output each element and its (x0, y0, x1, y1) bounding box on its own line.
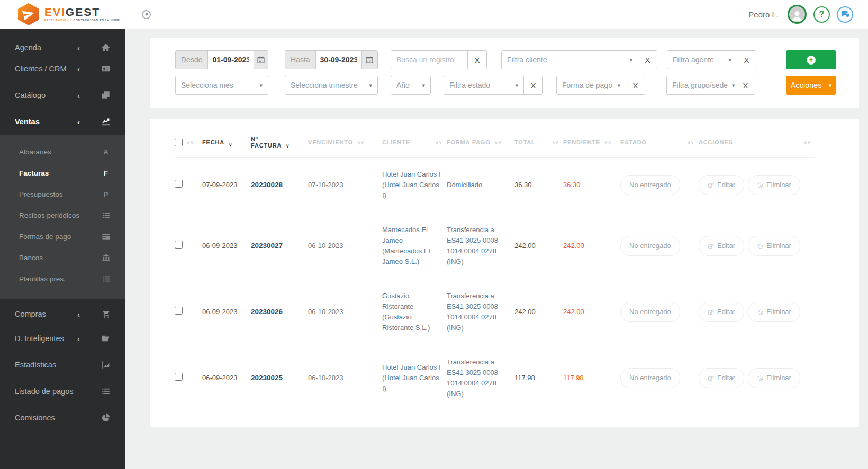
invoice-pending: 242.00 (563, 279, 620, 345)
sidebar-item-label: Catálogo (15, 91, 77, 99)
sidebar-item-compras[interactable]: Compras ‹ (0, 299, 125, 325)
payment-method-select[interactable]: Forma de pago ▾ (557, 76, 626, 94)
delete-button[interactable]: Eliminar (748, 236, 800, 256)
letter-a-icon: A (101, 148, 111, 156)
sidebar-item-recibos-periodicos[interactable]: Recibos periódicos (0, 205, 125, 226)
search-group: X (391, 50, 487, 69)
filter-agent-select[interactable]: Filtra agente ▾ (667, 51, 737, 69)
filter-group-site-select[interactable]: Filtra grupo/sede ▾ (667, 76, 736, 94)
clear-agent-button[interactable]: X (737, 51, 756, 69)
sidebar-item-catalogo[interactable]: Catálogo ‹ (0, 82, 125, 108)
sidebar-item-comisiones[interactable]: Comisiones (0, 404, 125, 431)
add-invoice-button[interactable]: + (786, 50, 836, 69)
sidebar-item-formas-de-pago[interactable]: Formas de pago (0, 226, 125, 247)
edit-button[interactable]: Editar (699, 302, 744, 322)
sidebar-item-albaranes[interactable]: Albaranes A (0, 141, 125, 162)
date-to-input[interactable] (316, 51, 361, 69)
slash-circle-icon (757, 182, 764, 189)
column-header-fecha[interactable]: FECHA∨ (202, 134, 251, 158)
date-from-group: Desde (175, 50, 268, 69)
clear-payment-button[interactable]: X (626, 76, 645, 94)
calendar-icon[interactable] (254, 51, 268, 69)
status-badge[interactable]: No entregado (620, 302, 680, 322)
chevron-left-icon: ‹ (77, 65, 101, 73)
column-header-total[interactable]: TOTAL∧∨ (514, 134, 563, 158)
list-icon (101, 211, 111, 220)
chat-button[interactable] (837, 6, 853, 23)
status-badge[interactable]: No entregado (620, 368, 680, 388)
invoice-number: 20230027 (251, 213, 308, 279)
invoice-date: 06-09-2023 (202, 241, 239, 251)
sidebar-item-estadisticas[interactable]: Estadísticas (0, 352, 125, 378)
filter-agent-value: Filtra agente (673, 56, 714, 64)
help-button[interactable]: ? (813, 6, 830, 23)
column-header-num-factura[interactable]: Nº FACTURA∨ (251, 134, 308, 158)
clear-group-site-button[interactable]: X (736, 76, 755, 94)
invoices-table-panel: ∧∨ FECHA∨ Nº FACTURA∨ VENCIMIENTO∧∨ CLIE… (150, 119, 859, 427)
copy-icon (101, 90, 111, 100)
select-month-group: Selecciona mes ▾ (175, 76, 268, 95)
sidebar-item-facturas[interactable]: Facturas F (0, 162, 125, 183)
row-checkbox[interactable] (175, 241, 183, 249)
column-header-acciones[interactable]: ACCIONES∧∨ (699, 134, 815, 158)
select-quarter[interactable]: Selecciona trimestre ▾ (285, 76, 377, 94)
select-all-checkbox[interactable] (175, 139, 183, 146)
sidebar-item-presupuestos[interactable]: Presupuestos P (0, 183, 125, 205)
invoice-date: 07-09-2023 (202, 180, 239, 190)
chart-area-icon (101, 360, 111, 370)
clear-client-button[interactable]: X (638, 51, 657, 69)
user-avatar[interactable] (788, 5, 807, 24)
actions-button-label: Acciones (791, 81, 822, 89)
search-input[interactable] (391, 51, 467, 69)
filter-group-site-value: Filtra grupo/sede (672, 81, 728, 89)
sidebar-item-listado-de-pagos[interactable]: Listado de pagos (0, 378, 125, 404)
chevron-left-icon: ‹ (77, 91, 101, 100)
row-checkbox[interactable] (175, 180, 183, 188)
invoice-payment-method: Transferencia a ES41 3025 0008 1014 0004… (447, 279, 514, 345)
chevron-down-icon: ▾ (259, 82, 263, 89)
slash-circle-icon (757, 309, 764, 316)
invoice-payment-method: Domiciliado (447, 158, 514, 213)
target-icon[interactable] (142, 10, 151, 19)
brand-logo[interactable]: EVIGEST FACTURACIÓN Y CONTABILIDAD EN LA… (18, 3, 120, 25)
column-header-forma-pago[interactable]: FORMA PAGO∧∨ (447, 134, 514, 158)
filter-client-select[interactable]: Filtra cliente ▾ (502, 51, 638, 69)
filter-status-select[interactable]: Filtra estado ▾ (444, 76, 523, 94)
sort-icon: ∧∨ (436, 141, 442, 144)
clear-search-button[interactable]: X (467, 51, 486, 69)
sidebar-item-plantillas-pres[interactable]: Plantillas pres. (0, 268, 125, 289)
list-icon (101, 387, 111, 396)
sidebar-item-agenda[interactable]: Agenda ‹ (0, 29, 125, 56)
status-badge[interactable]: No entregado (620, 236, 680, 256)
column-header-estado[interactable]: ESTADO∧∨ (620, 134, 699, 158)
row-checkbox[interactable] (175, 307, 183, 315)
column-header-pendiente[interactable]: PENDIENTE∧∨ (563, 134, 620, 158)
edit-button[interactable]: Editar (699, 175, 744, 195)
actions-button[interactable]: Acciones ▾ (786, 76, 836, 95)
calendar-icon[interactable] (361, 51, 377, 69)
column-header-cliente[interactable]: CLIENTE∧∨ (382, 134, 447, 158)
date-to-label: Hasta (285, 51, 316, 69)
status-badge[interactable]: No entregado (620, 175, 680, 195)
column-header-vencimiento[interactable]: VENCIMIENTO∧∨ (308, 134, 382, 158)
clear-status-button[interactable]: X (523, 76, 542, 94)
invoice-date: 06-09-2023 (202, 307, 239, 317)
sidebar-item-ventas[interactable]: Ventas ‹ (0, 108, 125, 135)
delete-button[interactable]: Eliminar (748, 302, 800, 322)
sort-icon[interactable]: ∧∨ (187, 141, 194, 144)
select-year[interactable]: Año ▾ (391, 76, 430, 94)
sidebar-item-clientes-crm[interactable]: Clientes / CRM ‹ (0, 56, 125, 82)
topbar: EVIGEST FACTURACIÓN Y CONTABILIDAD EN LA… (0, 0, 868, 29)
delete-button[interactable]: Eliminar (748, 175, 800, 195)
brand-tagline-1: FACTURACIÓN Y (44, 19, 72, 22)
select-month[interactable]: Selecciona mes ▾ (176, 76, 268, 94)
delete-button[interactable]: Eliminar (748, 368, 800, 388)
edit-button[interactable]: Editar (699, 368, 744, 388)
row-checkbox[interactable] (175, 373, 183, 381)
sidebar-item-d-inteligentes[interactable]: D. Inteligentes ‹ (0, 325, 125, 352)
invoice-due-date: 06-10-2023 (308, 213, 382, 279)
sidebar-item-bancos[interactable]: Bancos (0, 247, 125, 268)
sidebar-submenu-ventas: Albaranes A Facturas F Presupuestos P Re… (0, 135, 125, 299)
edit-button[interactable]: Editar (699, 236, 744, 256)
date-from-input[interactable] (208, 51, 254, 69)
